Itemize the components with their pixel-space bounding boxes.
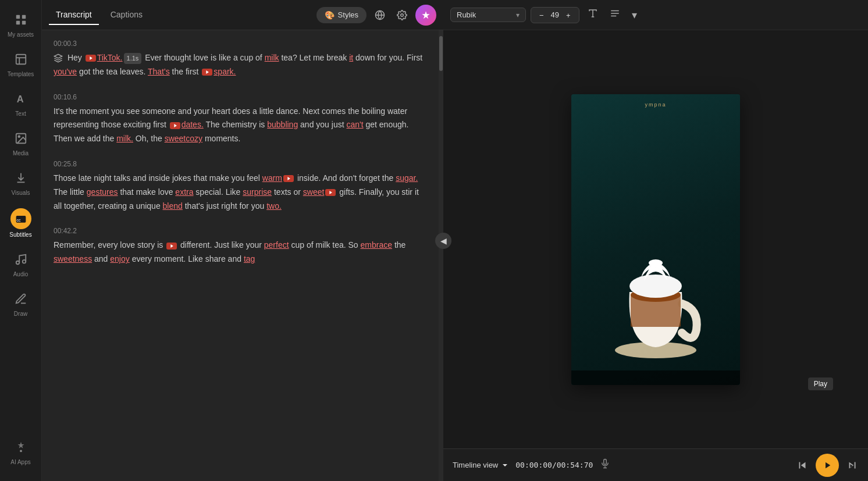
segment-text-content[interactable]: Those late night talks and inside jokes … — [54, 172, 427, 213]
svg-rect-0 — [16, 15, 19, 19]
highlighted-word[interactable]: can't — [346, 120, 363, 129]
svg-point-16 — [20, 450, 22, 453]
more-options-button[interactable]: ▾ — [628, 5, 641, 25]
sidebar-item-ai-apps[interactable]: AI Apps — [0, 432, 41, 472]
sidebar-item-text-label: Text — [15, 111, 26, 117]
sidebar-item-media[interactable]: Media — [0, 123, 41, 163]
sidebar-item-my-assets[interactable]: My assets — [0, 5, 41, 44]
skip-back-button[interactable] — [796, 459, 809, 472]
highlighted-word[interactable]: two. — [266, 201, 282, 211]
transcript-content: 00:00.3 Hey TikTok.1.1s Ever thought lov… — [42, 30, 439, 481]
highlighted-word[interactable]: milk. — [116, 134, 133, 143]
svg-rect-2 — [16, 21, 19, 24]
highlighted-word[interactable]: warm — [262, 173, 282, 183]
styles-label: Styles — [338, 10, 358, 19]
svg-point-18 — [401, 13, 404, 16]
text-style-button[interactable] — [584, 5, 602, 25]
svg-rect-27 — [631, 295, 681, 327]
font-size-value: 49 — [551, 10, 559, 19]
video-clip-icon — [283, 175, 294, 182]
segment-text-content[interactable]: Hey TikTok.1.1s Ever thought love is lik… — [54, 51, 427, 79]
sidebar-item-media-label: Media — [13, 150, 29, 157]
highlighted-word[interactable]: dates. — [182, 120, 204, 129]
mic-button[interactable] — [600, 458, 610, 472]
sidebar-item-draw[interactable]: Draw — [0, 284, 41, 323]
svg-rect-1 — [22, 15, 25, 19]
magic-button[interactable] — [415, 5, 436, 26]
play-button[interactable] — [816, 454, 839, 477]
highlighted-word[interactable]: TikTok. — [97, 53, 123, 62]
highlighted-word[interactable]: sweet — [165, 134, 186, 143]
sidebar-item-subtitles[interactable]: CC Subtitles — [0, 202, 41, 244]
svg-point-9 — [18, 136, 20, 137]
collapse-panel-button[interactable]: ◀ — [435, 233, 451, 249]
highlighted-word[interactable]: extra — [175, 187, 193, 197]
highlighted-word[interactable]: gestures — [87, 187, 118, 197]
font-size-decrease-button[interactable]: − — [537, 10, 546, 20]
svg-rect-3 — [22, 21, 25, 24]
play-tooltip: Play — [808, 377, 833, 390]
highlighted-word[interactable]: sweetness — [54, 254, 92, 263]
video-clip-icon — [202, 69, 212, 76]
highlighted-word[interactable]: milk — [265, 53, 279, 62]
segment-text-content[interactable]: Remember, every love story is different.… — [54, 238, 427, 266]
transcript-segment: 00:00.3 Hey TikTok.1.1s Ever thought lov… — [54, 40, 427, 79]
segment-text-content[interactable]: It's the moment you see someone and your… — [54, 105, 427, 146]
sidebar-item-templates[interactable]: Templates — [0, 44, 41, 84]
highlighted-word[interactable]: you've — [54, 67, 77, 76]
transcript-segment: 00:42.2Remember, every love story is dif… — [54, 227, 427, 266]
subtitles-icon: CC — [10, 208, 31, 229]
svg-marker-19 — [54, 55, 62, 59]
highlighted-word[interactable]: bubbling — [267, 120, 298, 129]
highlighted-word[interactable]: enjoy — [110, 254, 129, 263]
text-align-button[interactable] — [606, 5, 624, 25]
video-clip-icon — [166, 243, 177, 250]
styles-button[interactable]: 🎨 Styles — [316, 7, 367, 23]
coffee-cup-graphic — [597, 187, 714, 373]
highlighted-word[interactable]: perfect — [264, 240, 289, 250]
tab-captions[interactable]: Captions — [104, 5, 150, 25]
highlighted-word[interactable]: blend — [163, 201, 183, 211]
tabs-bar: Transcript Captions 🎨 Styles — [42, 0, 443, 30]
highlighted-word[interactable]: surprise — [243, 187, 272, 197]
sidebar-item-visuals[interactable]: Visuals — [0, 163, 41, 202]
sidebar: My assets Templates A Text Media Visuals… — [0, 0, 42, 481]
scroll-track[interactable] — [439, 30, 443, 481]
timeline-view-label: Timeline view — [453, 461, 498, 469]
font-size-increase-button[interactable]: + — [564, 10, 573, 20]
video-clip-icon — [86, 55, 96, 62]
sidebar-item-visuals-label: Visuals — [11, 190, 30, 197]
skip-forward-button[interactable] — [846, 459, 859, 472]
video-clip-icon — [170, 122, 180, 129]
highlighted-word[interactable]: embrace — [361, 240, 392, 250]
svg-text:A: A — [16, 94, 23, 104]
sidebar-item-my-assets-label: My assets — [8, 31, 34, 38]
grid-icon — [12, 10, 30, 29]
media-icon — [12, 129, 30, 148]
time-badge: 1.1s — [124, 53, 142, 64]
highlighted-word[interactable]: spark. — [214, 67, 236, 76]
highlighted-word[interactable]: cozy — [186, 134, 202, 143]
highlighted-word[interactable]: sweet — [303, 187, 325, 197]
tab-transcript[interactable]: Transcript — [49, 5, 99, 25]
highlighted-word[interactable]: That's — [148, 67, 170, 76]
svg-point-28 — [629, 275, 682, 298]
sidebar-item-audio[interactable]: Audio — [0, 244, 41, 284]
brand-text: ympna — [645, 102, 666, 108]
svg-point-15 — [22, 260, 26, 263]
translate-button[interactable] — [371, 8, 389, 23]
highlighted-word[interactable]: tag — [244, 254, 255, 263]
settings-button[interactable] — [393, 8, 411, 23]
sidebar-item-text[interactable]: A Text — [0, 84, 41, 123]
layers-icon — [54, 54, 63, 63]
font-selector[interactable]: Rubik ▾ — [450, 8, 526, 22]
templates-icon — [12, 50, 30, 69]
timeline-chevron-icon — [501, 462, 508, 469]
scroll-thumb[interactable] — [439, 36, 443, 71]
sidebar-item-templates-label: Templates — [8, 71, 34, 78]
timeline-view-button[interactable]: Timeline view — [453, 461, 508, 469]
timeline-bar: Timeline view 00:00:00/00:54:70 — [443, 448, 868, 481]
highlighted-word[interactable]: sugar. — [396, 173, 418, 183]
download-icon — [12, 169, 30, 187]
font-size-control: − 49 + — [531, 7, 579, 23]
